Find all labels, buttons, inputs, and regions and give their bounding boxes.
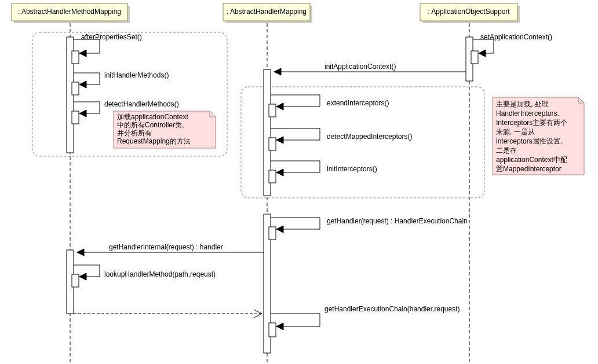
msg-afterPropertiesSet-label: afterPropertiesSet(): [81, 33, 142, 41]
participant-ahmm: : AbstractHandlerMethodMapping: [12, 3, 130, 23]
note1-l1: 加载applicationContext: [117, 113, 188, 121]
svg-rect-13: [72, 82, 79, 95]
msg-getHandlerExecutionChain-label: getHandlerExecutionChain(handler,request…: [324, 305, 460, 313]
participant-ahmm-label: : AbstractHandlerMethodMapping: [18, 8, 121, 16]
note2-l1: 主要是加载, 处理: [496, 100, 549, 108]
msg-initHandlerMethods-label: initHandlerMethods(): [104, 71, 169, 79]
msg-afterPropertiesSet: afterPropertiesSet(): [72, 33, 142, 64]
msg-detectHandlerMethods-label: detectHandlerMethods(): [104, 100, 179, 108]
note2-l3: Interceptors主要有两个: [496, 119, 567, 127]
svg-marker-29: [276, 323, 283, 330]
msg-detectMappedInterceptors-label: detectMappedInterceptors(): [327, 133, 412, 141]
msg-lookupHandlerMethod: lookupHandlerMethod(path,reqeust): [72, 265, 216, 287]
svg-rect-23: [269, 227, 276, 240]
participant-aos: : ApplicationObjectSupport: [420, 3, 520, 23]
participant-aos-label: : ApplicationObjectSupport: [428, 8, 510, 16]
msg-extendInterceptors-label: extendInterceptors(): [327, 99, 389, 107]
svg-rect-19: [269, 138, 276, 150]
svg-marker-8: [79, 50, 86, 57]
svg-marker-20: [276, 169, 283, 176]
note2-l7: applicationContext中配: [496, 156, 567, 164]
note1-l2: 中的所有Controller类,: [117, 121, 184, 129]
svg-marker-18: [276, 137, 283, 144]
msg-lookupHandlerMethod-label: lookupHandlerMethod(path,reqeust): [104, 270, 216, 278]
msg-detectMappedInterceptors: detectMappedInterceptors(): [269, 128, 412, 150]
svg-rect-7: [471, 51, 478, 64]
participant-ahm-label: : AbstractHandlerMapping: [227, 8, 307, 16]
svg-marker-16: [276, 103, 283, 110]
note2-l6: 二是在: [496, 146, 517, 155]
svg-rect-21: [269, 170, 276, 183]
note2-l5: interceptors属性设置,: [496, 137, 562, 145]
svg-rect-30: [269, 323, 276, 337]
msg-setApplicationContext-label: setApplicationContext(): [480, 33, 552, 41]
msg-getHandlerInternal-label: getHandlerInternal(request) : handler: [109, 243, 223, 251]
svg-marker-26: [79, 273, 86, 280]
msg-getHandler: getHandler(request) : HandlerExecutionCh…: [269, 217, 468, 240]
svg-rect-15: [72, 111, 79, 124]
svg-marker-22: [276, 226, 283, 233]
msg-initApplicationContext-label: initApplicationContext(): [324, 62, 396, 71]
msg-getHandlerInternal: getHandlerInternal(request) : handler: [67, 243, 264, 314]
svg-rect-27: [72, 274, 79, 287]
svg-marker-25: [77, 249, 84, 256]
svg-marker-6: [479, 50, 486, 57]
note2-l2: HandlerInterceptors.: [496, 109, 559, 117]
note-detectHandlerMethods: 加载applicationContext 中的所有Controller类, 并分…: [114, 111, 216, 148]
svg-marker-11: [274, 68, 281, 75]
svg-rect-17: [269, 104, 276, 117]
svg-marker-12: [79, 81, 86, 88]
msg-extendInterceptors: extendInterceptors(): [269, 95, 389, 117]
msg-initHandlerMethods: initHandlerMethods(): [72, 71, 169, 95]
note2-l4: 来源, 一是从: [496, 128, 535, 136]
msg-setApplicationContext: setApplicationContext(): [471, 33, 552, 64]
msg-getHandler-label: getHandler(request) : HandlerExecutionCh…: [327, 217, 468, 225]
msg-initInterceptors-label: initInterceptors(): [327, 165, 377, 173]
msg-initInterceptors: initInterceptors(): [269, 161, 377, 183]
note1-l3: 并分析所有: [117, 129, 152, 137]
participant-ahm: : AbstractHandlerMapping: [223, 3, 312, 23]
note1-l4: RequestMapping的方法: [117, 137, 191, 145]
note2-l8: 置MappedInterceptor: [496, 165, 561, 173]
svg-rect-9: [72, 51, 79, 64]
svg-marker-14: [79, 110, 86, 117]
sequence-diagram: : AbstractHandlerMethodMapping : Abstrac…: [0, 0, 598, 364]
note-initApplicationContext: 主要是加载, 处理 HandlerInterceptors. Intercept…: [493, 97, 584, 175]
msg-initApplicationContext: initApplicationContext(): [264, 62, 466, 196]
